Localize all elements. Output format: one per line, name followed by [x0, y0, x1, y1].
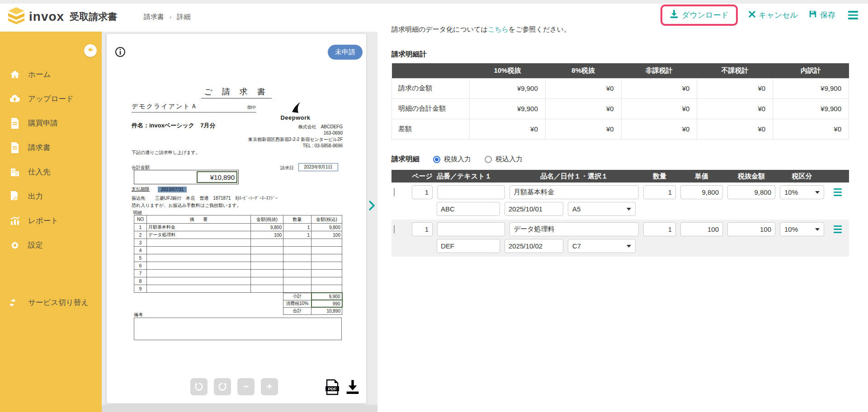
- invoice-line-row: 9: [134, 285, 342, 293]
- save-button[interactable]: 保存: [809, 10, 835, 20]
- summary-row-difference: 差額 ¥0 ¥0 ¥0 ¥0 ¥0: [392, 119, 849, 139]
- page-input[interactable]: [412, 185, 433, 199]
- cell-qty: 1: [283, 231, 311, 239]
- vendor-line: 株式会社 ABCDEFG: [248, 124, 343, 130]
- col-tax-class: 税区分: [778, 172, 826, 181]
- due-date-value: 2023/07/31: [158, 187, 187, 192]
- row-menu-button[interactable]: [834, 225, 842, 234]
- summary-value: ¥0: [697, 78, 773, 98]
- col-no: NO: [134, 215, 147, 224]
- breadcrumb-separator: ›: [170, 14, 171, 20]
- col-quantity: 数量: [283, 215, 311, 224]
- sidebar-item-export[interactable]: 出力: [0, 184, 102, 209]
- bank-row: 振込先 三菱UFJ銀行 本店 普通 1871871 ｶ)ｴｰﾋﾞｰｼｰﾃﾞｰｴｰ…: [132, 195, 278, 201]
- due-date-label: 支払期限: [132, 186, 150, 192]
- notice-link[interactable]: こちら: [488, 25, 509, 33]
- amount-ex-tax-input[interactable]: [727, 185, 775, 199]
- unit-price-input[interactable]: [680, 222, 723, 236]
- rotate-left-button[interactable]: [190, 378, 208, 395]
- select1-select[interactable]: C7: [568, 239, 636, 253]
- invoice-greeting: 下記の通りご請求申し上げます。: [132, 150, 200, 156]
- radio-tax-included[interactable]: 税込入力: [485, 155, 523, 164]
- summary-col-nontaxable: 不課税計: [697, 63, 773, 78]
- breadcrumb-item-invoices[interactable]: 請求書: [144, 13, 164, 21]
- swap-arrows-icon: [9, 297, 20, 309]
- code-input[interactable]: [437, 185, 505, 199]
- subtotal-label: 小計: [283, 293, 311, 300]
- sidebar: ホーム アップロード 購買申請 請求書: [0, 32, 102, 412]
- summary-value: ¥0: [621, 98, 697, 119]
- date1-input[interactable]: [505, 239, 563, 253]
- code-input[interactable]: [437, 222, 505, 236]
- preview-scrollbar[interactable]: [102, 405, 377, 412]
- unit-price-input[interactable]: [680, 185, 723, 199]
- summary-col-blank: [392, 63, 470, 78]
- invoice-line-row: 3: [134, 239, 342, 247]
- row-menu-button[interactable]: [834, 188, 842, 197]
- download-button-label: ダウンロード: [682, 10, 729, 20]
- sidebar-collapse-button[interactable]: [84, 44, 97, 57]
- bank-info: 三菱UFJ銀行 本店 普通 1871871 ｶ)ｴｰﾋﾞｰｼｰﾃﾞｰｴｰｴﾌｼﾞ…: [155, 195, 278, 201]
- sidebar-item-service-switch[interactable]: サービス切り替え: [0, 290, 102, 315]
- logo-text: invox: [29, 9, 64, 24]
- summary-value: ¥0: [545, 119, 621, 139]
- sidebar-item-label: 請求書: [28, 143, 51, 153]
- detail-row-line2: A5: [392, 202, 849, 216]
- sidebar-item-settings[interactable]: 設定: [0, 233, 102, 258]
- quantity-input[interactable]: [643, 185, 676, 199]
- tax-value: 990: [311, 300, 342, 307]
- issue-date-value: 2023年8月1日: [298, 163, 338, 171]
- sidebar-item-invoice[interactable]: 請求書: [0, 136, 102, 160]
- download-file-icon[interactable]: [345, 379, 360, 396]
- tax-class-select[interactable]: 10%: [780, 222, 824, 236]
- pdf-file-icon[interactable]: PDF: [325, 379, 340, 397]
- cancel-button[interactable]: キャンセル: [749, 10, 798, 20]
- sidebar-item-upload[interactable]: アップロード: [0, 87, 102, 111]
- rotate-right-button[interactable]: [214, 378, 231, 395]
- row-checkbox[interactable]: [394, 188, 395, 197]
- cell-no: 6: [134, 262, 147, 270]
- summary-value: ¥9,900: [773, 98, 849, 119]
- amount-ex-tax-input[interactable]: [727, 222, 775, 236]
- page-cell: [410, 185, 435, 199]
- name-cell: [507, 185, 641, 199]
- app-logo[interactable]: invox 受取請求書: [8, 7, 117, 26]
- col-page: ページ: [410, 172, 435, 181]
- gear-icon: [9, 240, 20, 251]
- sidebar-item-label: 購買申請: [28, 118, 58, 128]
- text2-input[interactable]: [437, 202, 500, 216]
- download-button[interactable]: ダウンロード: [670, 9, 729, 21]
- vendor-logo-text: Deepwork: [280, 114, 310, 122]
- row-checkbox[interactable]: [394, 225, 395, 234]
- text2-input[interactable]: [437, 239, 500, 253]
- quantity-input[interactable]: [643, 222, 676, 236]
- sidebar-item-report[interactable]: レポート: [0, 209, 102, 233]
- row-menu-cell: [826, 188, 849, 197]
- item-name-input[interactable]: [509, 222, 639, 236]
- sidebar-item-supplier[interactable]: 仕入先: [0, 160, 102, 184]
- tax-class-cell: 10%: [778, 222, 826, 236]
- select1-select[interactable]: A5: [568, 202, 636, 216]
- document-icon: [9, 142, 20, 154]
- select1-value: A5: [572, 205, 580, 213]
- date1-input[interactable]: [505, 202, 563, 216]
- zoom-in-button[interactable]: +: [261, 378, 278, 395]
- header-menu-button[interactable]: [846, 9, 860, 21]
- col-code-text1: 品番／テキスト１: [435, 172, 507, 181]
- amount-cell: [725, 222, 778, 236]
- chevron-right-icon[interactable]: [367, 200, 376, 213]
- svg-text:PDF: PDF: [328, 386, 337, 391]
- cell-description: [147, 239, 251, 247]
- detail-notice: 請求明細のデータ化についてはこちらをご参照ください。: [392, 25, 571, 34]
- invoice-line-row: 6: [134, 262, 342, 270]
- sidebar-item-home[interactable]: ホーム: [0, 62, 102, 87]
- radio-tax-excluded[interactable]: 税抜入力: [433, 155, 471, 164]
- zoom-out-button[interactable]: −: [237, 378, 255, 395]
- tax-class-select[interactable]: 10%: [780, 185, 824, 199]
- page-input[interactable]: [412, 222, 433, 236]
- tax-row: 消費税10% 990: [283, 300, 342, 307]
- detail-row-line1: 10%: [392, 185, 849, 199]
- sidebar-item-purchase-request[interactable]: 購買申請: [0, 111, 102, 136]
- item-name-input[interactable]: [509, 185, 639, 199]
- remarks-box: [134, 318, 342, 340]
